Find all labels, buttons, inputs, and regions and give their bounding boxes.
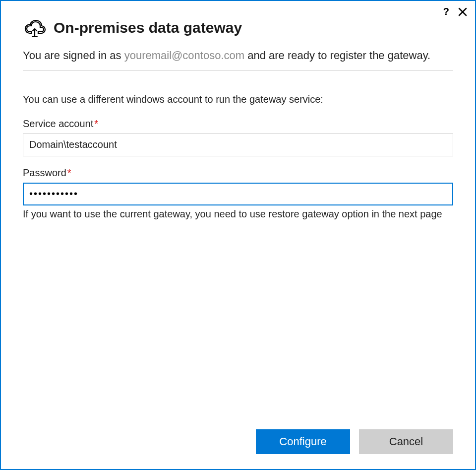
help-icon[interactable]: ?: [443, 6, 449, 17]
required-mark: *: [94, 118, 98, 129]
service-account-label-text: Service account: [23, 118, 93, 129]
dialog-window: ? On-premises data gateway You are signe…: [0, 0, 476, 470]
signin-email: youremail@contoso.com: [124, 49, 244, 62]
service-account-field-group: Service account*: [23, 118, 453, 156]
dialog-footer: Configure Cancel: [1, 429, 475, 469]
restore-hint: If you want to use the current gateway, …: [23, 208, 453, 220]
service-account-label: Service account*: [23, 118, 453, 130]
service-account-input[interactable]: [23, 134, 453, 156]
page-title: On-premises data gateway: [54, 19, 242, 36]
signin-prefix: You are signed in as: [23, 49, 124, 62]
dialog-content: On-premises data gateway You are signed …: [1, 1, 475, 429]
password-field-group: Password* ••••••••••• If you want to use…: [23, 167, 453, 220]
password-input[interactable]: •••••••••••: [23, 183, 453, 205]
service-account-instruction: You can use a different windows account …: [23, 94, 453, 105]
window-controls: ?: [443, 6, 467, 17]
signin-status: You are signed in as youremail@contoso.c…: [23, 48, 453, 70]
close-icon[interactable]: [458, 7, 467, 16]
configure-button[interactable]: Configure: [256, 429, 350, 454]
cancel-button[interactable]: Cancel: [359, 429, 453, 454]
required-mark: *: [67, 167, 71, 178]
header-divider: [23, 70, 453, 71]
dialog-header: On-premises data gateway: [23, 17, 453, 39]
signin-suffix: and are ready to register the gateway.: [244, 49, 430, 62]
cloud-gateway-icon: [23, 17, 47, 39]
password-label: Password*: [23, 167, 453, 179]
password-label-text: Password: [23, 167, 66, 178]
